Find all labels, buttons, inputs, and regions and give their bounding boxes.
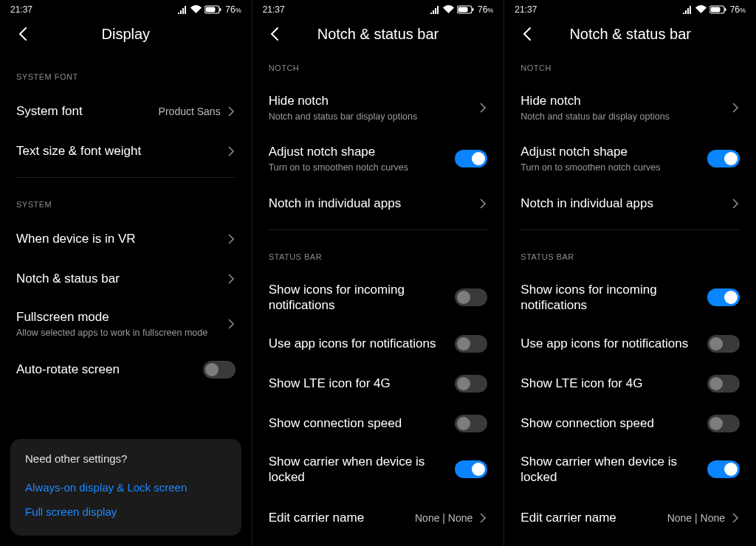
toggle-lte[interactable] [455,375,487,393]
page-title: Notch & status bar [284,26,491,43]
page-title: Notch & status bar [535,26,743,43]
toggle-auto-rotate[interactable] [203,361,236,379]
status-bar: 21:37 76% [0,0,252,18]
battery-pct: 76% [478,4,493,15]
wifi-icon [695,5,707,14]
row-notch-individual-apps[interactable]: Notch in individual apps [504,184,756,224]
link-full-screen-display[interactable]: Full screen display [25,500,227,524]
svg-rect-5 [472,8,473,11]
battery-pct: 76% [225,4,241,15]
svg-rect-8 [724,8,726,11]
row-show-incoming-icons[interactable]: Show icons for incoming notifications [504,272,756,324]
label: Text size & font weight [16,143,228,159]
toggle-connection-speed[interactable] [707,415,740,432]
clock: 21:37 [263,4,285,15]
row-app-icons[interactable]: Use app icons for notifications [504,324,756,364]
row-show-carrier-locked[interactable]: Show carrier when device is locked [252,443,504,496]
status-bar: 21:37 76% [504,0,756,18]
title-bar: Display [0,18,252,56]
clock: 21:37 [10,4,32,15]
label: Adjust notch shape [520,144,707,159]
screen-notch-a: 21:37 76% Notch & status bar NOTCH Hide … [252,0,505,546]
battery-icon [205,5,222,14]
battery-icon [709,5,727,14]
label: Show connection speed [269,415,456,431]
link-always-on-display[interactable]: Always-on display & Lock screen [25,475,227,500]
row-auto-rotate[interactable]: Auto-rotate screen [0,350,252,390]
label: Auto-rotate screen [16,362,203,377]
label: Show icons for incoming notifications [269,282,456,314]
section-system-font: SYSTEM FONT [0,56,252,91]
label: Hide notch [269,93,481,108]
row-show-incoming-icons[interactable]: Show icons for incoming notifications [252,272,504,324]
row-hide-notch[interactable]: Hide notch Notch and status bar display … [504,83,756,134]
chevron-right-icon [228,274,236,284]
toggle-lte[interactable] [707,375,740,393]
divider [520,229,740,230]
row-adjust-notch[interactable]: Adjust notch shape Turn on to smoothen n… [252,134,504,184]
chevron-right-icon [228,319,236,329]
section-notch: NOTCH [504,56,756,83]
row-edit-carrier[interactable]: Edit carrier name None | None [252,495,504,535]
row-lte-icon[interactable]: Show LTE icon for 4G [504,364,756,404]
row-edit-carrier[interactable]: Edit carrier name None | None [504,495,756,535]
value: None | None [667,512,725,524]
svg-rect-4 [458,7,467,13]
row-connection-speed[interactable]: Show connection speed [504,404,756,443]
label: When device is in VR [16,231,228,246]
signal-icon [430,5,440,14]
toggle-show-incoming-icons[interactable] [707,288,740,306]
signal-icon [682,5,693,14]
clock: 21:37 [515,4,537,15]
back-button[interactable] [266,25,284,43]
row-lte-icon[interactable]: Show LTE icon for 4G [252,364,504,404]
row-adjust-notch[interactable]: Adjust notch shape Turn on to smoothen n… [504,134,756,184]
toggle-show-carrier[interactable] [707,460,740,478]
signal-icon [177,5,188,14]
row-fullscreen-mode[interactable]: Fullscreen mode Allow selected apps to w… [0,299,252,350]
label: Notch in individual apps [269,196,481,211]
label: Fullscreen mode [16,309,228,325]
toggle-show-incoming-icons[interactable] [455,288,487,306]
page-title: Display [31,26,238,43]
svg-rect-7 [710,7,720,13]
row-show-carrier-locked[interactable]: Show carrier when device is locked [504,443,756,496]
row-system-font[interactable]: System font Product Sans [0,91,252,131]
toggle-adjust-notch[interactable] [455,150,487,167]
toggle-connection-speed[interactable] [455,415,487,432]
row-notch-individual-apps[interactable]: Notch in individual apps [252,184,504,224]
toggle-app-icons[interactable] [707,335,740,353]
row-hide-notch[interactable]: Hide notch Notch and status bar display … [252,83,504,134]
label: Hide notch [520,93,732,108]
sublabel: Notch and status bar display options [269,111,481,122]
label: Edit carrier name [520,510,667,525]
section-statusbar: STATUS BAR [252,236,504,272]
toggle-show-carrier[interactable] [455,460,487,478]
row-connection-speed[interactable]: Show connection speed [252,404,504,443]
toggle-adjust-notch[interactable] [707,150,740,167]
label: Show LTE icon for 4G [269,376,456,391]
status-bar: 21:37 76% [252,0,504,18]
screen-notch-b: 21:37 76% Notch & status bar NOTCH Hide … [504,0,756,546]
back-button[interactable] [13,25,31,43]
wifi-icon [190,5,202,14]
sublabel: Turn on to smoothen notch curves [520,162,707,173]
sublabel: Notch and status bar display options [520,111,732,122]
title-bar: Notch & status bar [504,18,756,56]
section-notch: NOTCH [252,56,504,83]
chevron-right-icon [480,103,487,113]
back-button[interactable] [518,25,535,43]
card-title: Need other settings? [25,452,227,465]
label: Show carrier when device is locked [520,454,707,485]
row-text-size[interactable]: Text size & font weight [0,131,252,171]
value: None | None [415,512,472,524]
toggle-app-icons[interactable] [455,335,487,353]
chevron-right-icon [480,198,487,209]
divider [16,177,236,178]
chevron-right-icon [228,146,236,156]
row-app-icons[interactable]: Use app icons for notifications [252,324,504,364]
row-notch-statusbar[interactable]: Notch & status bar [0,259,252,299]
screen-display: 21:37 76% Display SYSTEM FONT System fon… [0,0,252,546]
sublabel: Turn on to smoothen notch curves [269,162,456,173]
row-vr[interactable]: When device is in VR [0,219,252,259]
